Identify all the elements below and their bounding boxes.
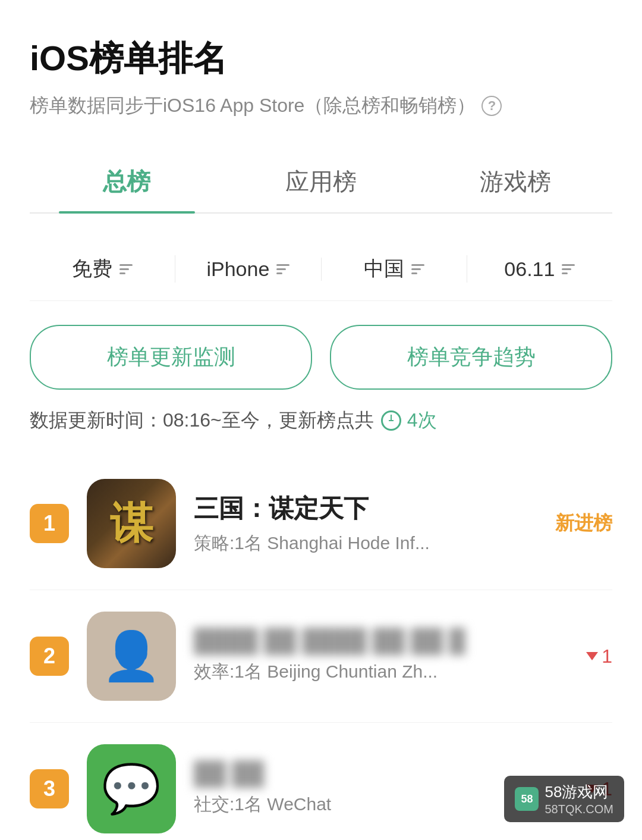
page-title: iOS榜单排名 (30, 36, 612, 82)
filter-date[interactable]: 06.11 (467, 258, 612, 281)
trend-button[interactable]: 榜单竞争趋势 (330, 325, 612, 390)
new-badge: 新进榜 (555, 510, 612, 537)
list-item[interactable]: 1 三国：谋定天下 策略:1名 Shanghai Hode Inf... 新进榜 (30, 457, 612, 590)
filter-region[interactable]: 中国 (322, 255, 467, 283)
tab-total[interactable]: 总榜 (30, 149, 224, 212)
help-icon[interactable]: ? (482, 96, 502, 116)
filters-row: 免费 iPhone 中国 06.11 (30, 237, 612, 301)
watermark-label: 58游戏网 58TQK.COM (545, 782, 613, 816)
watermark-logo: 58 (515, 787, 539, 811)
action-buttons: 榜单更新监测 榜单竞争趋势 (30, 325, 612, 390)
filter-icon (119, 264, 133, 274)
watermark: 58 58游戏网 58TQK.COM (504, 776, 624, 822)
page-container: iOS榜单排名 榜单数据同步于iOS16 App Store（除总榜和畅销榜） … (0, 0, 642, 840)
app-meta-1: 策略:1名 Shanghai Hode Inf... (194, 531, 537, 556)
rank-badge-2: 2 (30, 637, 69, 676)
tab-game[interactable]: 游戏榜 (418, 149, 612, 212)
rank-change-2: 1 (586, 645, 612, 667)
filter-device[interactable]: iPhone (175, 258, 321, 281)
update-count: 4次 (381, 408, 437, 434)
list-item[interactable]: 2 ████ ██ ████ ██ ██ █ 效率:1名 Beijing Chu… (30, 590, 612, 723)
app-info-1: 三国：谋定天下 策略:1名 Shanghai Hode Inf... (194, 492, 537, 556)
app-meta-2: 效率:1名 Beijing Chuntian Zh... (194, 660, 568, 684)
rank-change-1: 新进榜 (555, 510, 612, 537)
page-subtitle: 榜单数据同步于iOS16 App Store（除总榜和畅销榜） ? (30, 93, 612, 119)
app-info-2: ████ ██ ████ ██ ██ █ 效率:1名 Beijing Chunt… (194, 628, 568, 684)
tab-app[interactable]: 应用榜 (224, 149, 418, 212)
app-name-1: 三国：谋定天下 (194, 492, 537, 525)
tabs-row: 总榜 应用榜 游戏榜 (30, 149, 612, 214)
filter-icon (562, 264, 575, 274)
monitor-button[interactable]: 榜单更新监测 (30, 325, 312, 390)
update-info: 数据更新时间：08:16~至今，更新榜点共 4次 (30, 408, 612, 434)
app-name-2: ████ ██ ████ ██ ██ █ (194, 628, 568, 654)
rank-badge-3: 3 (30, 769, 69, 808)
app-icon-1 (87, 479, 176, 568)
app-icon-2 (87, 612, 176, 701)
filter-icon (411, 264, 424, 274)
rank-badge-1: 1 (30, 504, 69, 543)
clock-icon (381, 410, 401, 431)
app-icon-3 (87, 744, 176, 833)
filter-icon (276, 264, 289, 274)
filter-type[interactable]: 免费 (30, 255, 175, 283)
arrow-down-icon (586, 652, 598, 660)
